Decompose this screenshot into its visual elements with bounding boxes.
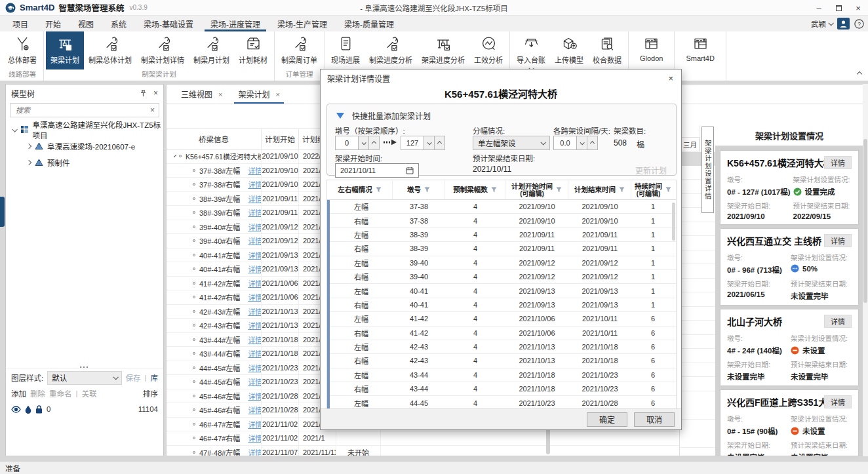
plan-row[interactable]: 左幅39-4042021/09/122021/09/121 (330, 256, 676, 270)
plan-row[interactable]: 右幅40-4142021/09/132021/09/131 (330, 298, 676, 312)
spin-down-button[interactable] (577, 136, 587, 150)
ribbon-item-工效分析[interactable]: 工效分析 (469, 31, 507, 69)
library-link[interactable]: 库 (151, 372, 159, 383)
maximize-button[interactable] (829, 0, 848, 16)
detail-link[interactable]: 详情 (248, 278, 262, 288)
menu-item-项目[interactable]: 项目 (4, 16, 37, 31)
search-clear-icon[interactable]: × (150, 106, 155, 115)
detail-link[interactable]: 详情 (248, 193, 262, 204)
detail-link[interactable]: 详情 (248, 348, 262, 359)
column-header-计划开始时间[interactable]: 计划开始时间(可编辑) (505, 180, 568, 199)
tree-node[interactable]: 阜溧高速公路建湖至兴化段JHX-TZ5标项目 (6, 121, 163, 138)
ribbon-item-Glodon[interactable]: Glodon (631, 31, 672, 69)
layer-style-select[interactable]: 默认 (47, 371, 121, 385)
delete-layer-link[interactable]: 删除 (30, 388, 45, 399)
detail-link[interactable]: 详情 (248, 207, 262, 218)
column-header[interactable]: 计划开始 (262, 129, 299, 149)
ribbon-item-校合数据[interactable]: 校合数据 (588, 31, 626, 71)
plan-row[interactable]: 左幅38-3942021/09/112021/09/111 (330, 228, 676, 242)
menu-item-梁场-质量管理[interactable]: 梁场-质量管理 (336, 16, 403, 31)
ribbon-item-制梁周订单[interactable]: 制梁周订单 (277, 31, 322, 69)
spin-down-button[interactable] (359, 136, 369, 150)
column-header-墩号[interactable]: 墩号 (393, 180, 445, 199)
menu-item-视图[interactable]: 视图 (69, 16, 102, 31)
menu-item-开始[interactable]: 开始 (37, 16, 69, 31)
panel-close-icon[interactable]: × (153, 89, 158, 98)
plan-settings-vertical-tab[interactable]: 架梁计划设置详情 (701, 127, 714, 213)
add-layer-link[interactable]: 添加 (11, 388, 26, 399)
tab-close-icon[interactable]: × (275, 90, 279, 98)
sort-link[interactable]: 排序 (143, 388, 158, 399)
spin-up-button[interactable] (587, 136, 598, 150)
spin-up-button[interactable] (435, 136, 445, 150)
ribbon-item-现场进展[interactable]: 现场进展 (326, 31, 365, 69)
pier-to-input[interactable] (401, 136, 424, 150)
menu-item-梁场-进度管理[interactable]: 梁场-进度管理 (202, 16, 269, 31)
plan-row[interactable]: 右幅37-3842021/09/102021/09/101 (330, 214, 676, 227)
pin-icon[interactable] (140, 89, 147, 97)
detail-link[interactable]: 详情 (248, 306, 262, 317)
user-avatar-icon[interactable] (837, 18, 850, 30)
start-date-input[interactable]: 2021/10/11 (335, 163, 419, 178)
plan-row[interactable]: 左幅41-4242021/10/062021/10/116 (330, 312, 676, 326)
row-expander-icon[interactable] (174, 154, 176, 157)
cancel-button[interactable]: 取消 (634, 412, 675, 427)
vertical-scrollbar-thumb[interactable] (863, 139, 867, 303)
detail-link[interactable]: 详情 (248, 179, 262, 189)
plan-row[interactable]: 右幅38-3942021/09/112021/09/111 (330, 242, 676, 256)
tree-node[interactable]: 阜溧高速梁场-20210607-e (6, 138, 163, 154)
ribbon-item-制梁总体计划[interactable]: 制梁总体计划 (84, 31, 136, 69)
table-row[interactable]: 47#-48#左幅详情2021/11/072021/11/11未开始 (167, 446, 679, 457)
detail-link[interactable]: 详情 (248, 419, 262, 429)
horizontal-scrollbar-thumb[interactable] (813, 456, 859, 460)
table-row[interactable]: 46#-47#右幅详情2021/11/022021/1 (167, 431, 679, 446)
dialog-close-icon[interactable]: × (667, 73, 675, 83)
card-detail-button[interactable]: 详情 (824, 315, 852, 328)
detail-link[interactable]: 详情 (248, 235, 262, 246)
plan-row[interactable]: 左幅43-4442021/10/182021/10/236 (330, 368, 676, 382)
plan-row[interactable]: 右幅43-4442021/10/182021/10/236 (330, 382, 676, 396)
update-plan-button[interactable]: 更新计划 (635, 165, 667, 176)
collapsed-panel-handle[interactable] (0, 197, 5, 227)
rename-layer-link[interactable]: 重命名 (49, 388, 72, 399)
plan-row[interactable]: 右幅39-4042021/09/122021/09/121 (330, 270, 676, 284)
ribbon-item-Smart4D[interactable]: Smart4D (677, 31, 723, 69)
menu-item-系统[interactable]: 系统 (102, 16, 135, 31)
visibility-eye-icon[interactable] (11, 406, 21, 413)
search-input[interactable] (14, 106, 150, 115)
tree-node[interactable]: 预制件 (6, 154, 163, 170)
detail-link[interactable]: 详情 (248, 391, 262, 401)
column-header-左右幅情况[interactable]: 左右幅情况 (327, 180, 393, 199)
close-button[interactable]: × (848, 0, 868, 16)
detail-link[interactable]: 详情 (248, 292, 262, 302)
ribbon-item-制梁月计划[interactable]: 制梁月计划 (189, 31, 234, 69)
detail-link[interactable]: 详情 (248, 405, 262, 415)
pier-from-input[interactable] (335, 136, 359, 150)
color-droplet-icon[interactable] (25, 405, 31, 414)
card-detail-button[interactable]: 详情 (824, 156, 852, 169)
spin-down-button[interactable] (424, 136, 435, 150)
user-menu[interactable]: 武颖 (811, 18, 833, 29)
ribbon-item-制梁进度分析[interactable]: 制梁进度分析 (365, 31, 417, 69)
detail-link[interactable]: 详情 (248, 320, 262, 330)
menu-item-梁场-基础设置[interactable]: 梁场-基础设置 (135, 16, 202, 31)
help-icon[interactable]: ? (854, 19, 864, 29)
tab-close-icon[interactable]: × (218, 90, 222, 98)
ribbon-collapse-icon[interactable] (857, 71, 862, 77)
spin-up-button[interactable] (369, 136, 380, 150)
detail-link[interactable]: 详情 (248, 264, 262, 274)
tab-三维视图[interactable]: 三维视图× (173, 85, 230, 104)
split-select[interactable]: 单左幅架设 (473, 136, 550, 150)
calendar-icon[interactable] (406, 167, 414, 174)
column-header-预制梁幅数[interactable]: 预制梁幅数 (445, 180, 505, 199)
ribbon-item-计划耗材[interactable]: 计划耗材 (234, 31, 272, 69)
menu-item-梁场-生产管理[interactable]: 梁场-生产管理 (269, 16, 336, 31)
detail-link[interactable]: 详情 (248, 165, 262, 176)
detail-link[interactable]: 详情 (248, 376, 262, 387)
ribbon-item-架梁计划[interactable]: 架梁计划 (46, 31, 84, 69)
plan-row[interactable]: 左幅37-3842021/09/102021/09/101 (330, 200, 676, 214)
detail-link[interactable]: 详情 (248, 447, 262, 456)
ribbon-item-上传模型[interactable]: 上传模型 (550, 31, 588, 71)
column-header-计划结束时间[interactable]: 计划结束时间 (568, 180, 631, 199)
horizontal-scrollbar-thumb[interactable] (275, 456, 367, 460)
